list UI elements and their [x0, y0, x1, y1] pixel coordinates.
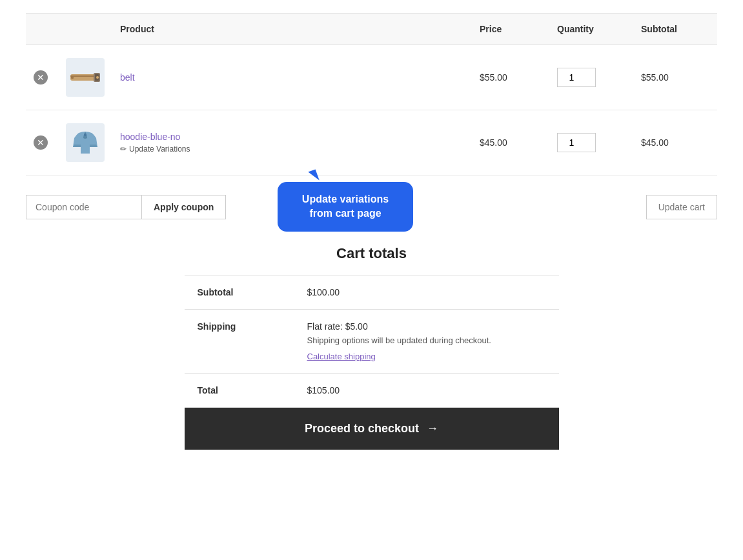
header-image: [58, 14, 112, 45]
apply-coupon-button[interactable]: Apply coupon: [142, 195, 226, 219]
totals-subtotal-label: Subtotal: [185, 275, 294, 310]
totals-shipping-cell: Flat rate: $5.00 Shipping options will b…: [294, 310, 559, 374]
table-row: ✕ b: [26, 45, 717, 110]
totals-shipping-label: Shipping: [185, 310, 294, 374]
remove-cell: ✕: [26, 110, 58, 175]
totals-shipping-row: Shipping Flat rate: $5.00 Shipping optio…: [185, 310, 559, 374]
svg-point-4: [96, 76, 99, 79]
header-remove: [26, 14, 58, 45]
svg-point-6: [84, 134, 87, 136]
product-link[interactable]: hoodie-blue-no: [120, 132, 180, 142]
header-subtotal: Subtotal: [633, 14, 717, 45]
checkout-label: Proceed to checkout: [305, 422, 419, 435]
svg-rect-5: [71, 76, 74, 79]
remove-button[interactable]: ✕: [34, 135, 48, 150]
totals-total-row: Total $105.00: [185, 374, 559, 408]
checkout-arrow-icon: →: [427, 422, 438, 435]
hoodie-image-icon: [69, 126, 101, 159]
update-variations-label: Update Variations: [129, 145, 190, 154]
coupon-input[interactable]: [26, 195, 142, 219]
quantity-input[interactable]: [557, 133, 596, 152]
proceed-checkout-button[interactable]: Proceed to checkout →: [185, 408, 559, 450]
header-price: Price: [472, 14, 549, 45]
table-row: ✕ hoodie-blue-no: [26, 110, 717, 175]
cart-table: Product Price Quantity Subtotal ✕: [26, 13, 717, 175]
totals-total-value: $105.00: [294, 374, 559, 408]
remove-button[interactable]: ✕: [34, 70, 48, 85]
product-price: $55.00: [472, 45, 549, 110]
page-wrapper: Product Price Quantity Subtotal ✕: [0, 0, 743, 463]
pencil-icon: ✏: [120, 145, 127, 154]
subtotal-cell: $45.00: [633, 110, 717, 175]
cart-actions: Apply coupon Update variations from cart…: [26, 195, 717, 219]
product-image: [66, 123, 105, 162]
header-quantity: Quantity: [549, 14, 633, 45]
cart-totals-section: Cart totals Subtotal $100.00 Shipping Fl…: [26, 245, 717, 450]
cart-totals-title: Cart totals: [336, 245, 407, 262]
tooltip-text: Update variations from cart page: [302, 194, 389, 219]
product-name-cell: hoodie-blue-no ✏ Update Variations: [112, 110, 472, 175]
product-link[interactable]: belt: [120, 72, 135, 83]
product-image-cell: [58, 110, 112, 175]
cart-totals-table: Subtotal $100.00 Shipping Flat rate: $5.…: [185, 275, 559, 408]
tooltip-bubble: Update variations from cart page: [278, 182, 413, 232]
update-cart-button[interactable]: Update cart: [646, 195, 717, 219]
subtotal-cell: $55.00: [633, 45, 717, 110]
quantity-cell: [549, 45, 633, 110]
remove-cell: ✕: [26, 45, 58, 110]
totals-total-label: Total: [185, 374, 294, 408]
product-price: $45.00: [472, 110, 549, 175]
product-name-cell: belt: [112, 45, 472, 110]
coupon-section: Apply coupon: [26, 195, 226, 219]
quantity-input[interactable]: [557, 68, 596, 87]
header-product: Product: [112, 14, 472, 45]
totals-subtotal-value: $100.00: [294, 275, 559, 310]
update-variations-link[interactable]: ✏ Update Variations: [120, 145, 464, 154]
shipping-note: Shipping options will be updated during …: [307, 335, 546, 345]
checkout-btn-wrapper: Proceed to checkout →: [185, 408, 559, 450]
totals-subtotal-row: Subtotal $100.00: [185, 275, 559, 310]
product-image-cell: [58, 45, 112, 110]
product-image: [66, 58, 105, 97]
flat-rate-text: Flat rate: $5.00: [307, 321, 546, 332]
belt-image-icon: [69, 61, 101, 94]
calculate-shipping-link[interactable]: Calculate shipping: [307, 352, 376, 361]
quantity-cell: [549, 110, 633, 175]
